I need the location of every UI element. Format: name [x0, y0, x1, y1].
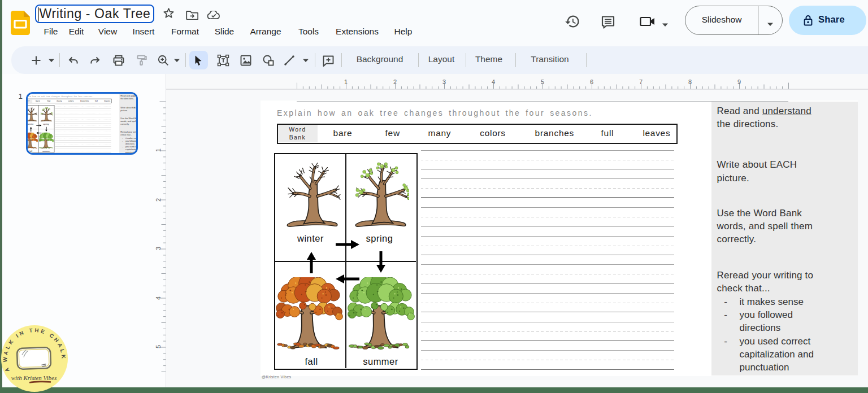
svg-text:with Kristen Vibes: with Kristen Vibes — [11, 374, 57, 381]
